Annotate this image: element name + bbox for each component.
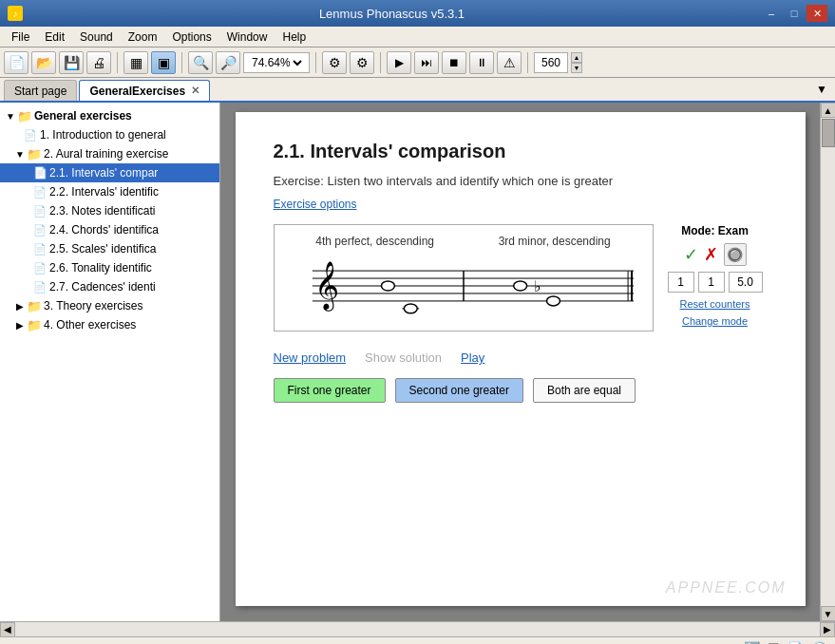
both-equal-button[interactable]: Both are equal [533, 378, 636, 403]
menu-options[interactable]: Options [164, 28, 218, 46]
tab-general-exercises-label: GeneralExercises [89, 85, 185, 98]
root-label: General exercises [34, 109, 132, 123]
counter-input[interactable] [534, 52, 568, 73]
zoom-combo[interactable]: 74.64% [243, 52, 310, 73]
exercise-title: 2.1. Intervals' comparison [274, 141, 768, 162]
zoom-in-button[interactable]: 🔍 [188, 51, 213, 74]
new-button[interactable]: 📄 [4, 51, 28, 74]
sidebar-item-intro[interactable]: 📄 1. Introduction to general [0, 125, 219, 144]
second-greater-button[interactable]: Second one greater [395, 378, 523, 403]
play-button[interactable]: ▶ [387, 51, 411, 74]
separator-4 [380, 52, 381, 73]
titlebar-left: ♪ [8, 6, 23, 21]
save-button[interactable]: 💾 [59, 51, 84, 74]
notation-label-right: 3rd minor, descending [499, 235, 611, 248]
show-solution-link[interactable]: Show solution [365, 350, 442, 365]
sidebar-item-2-3[interactable]: 📄 2.3. Notes identificati [0, 201, 219, 220]
sidebar-item-aural[interactable]: ▼ 📁 2. Aural training exercise [0, 144, 219, 163]
spinner-up[interactable]: ▲ [571, 52, 582, 63]
close-button[interactable]: ✕ [807, 5, 827, 22]
reset-counters-link[interactable]: Reset counters [680, 298, 750, 310]
counter-2: 1 [698, 272, 725, 293]
notation-labels: 4th perfect, descending 3rd minor, desce… [284, 235, 643, 248]
intro-label: 1. Introduction to general [40, 128, 166, 142]
menu-zoom[interactable]: Zoom [121, 28, 165, 46]
flat-sign: ♭ [533, 278, 541, 294]
aural-expand-icon[interactable]: ▼ [13, 147, 27, 161]
mode-extra-btn[interactable]: 🔘 [724, 243, 747, 266]
view-page-button[interactable]: ▣ [151, 51, 176, 74]
intro-doc-icon: 📄 [23, 127, 38, 142]
sidebar-item-2-5[interactable]: 📄 2.5. Scales' identifica [0, 239, 219, 258]
scroll-down-arrow[interactable]: ▼ [821, 606, 836, 621]
statusbar-refresh-icon[interactable]: 🔄 [744, 641, 760, 645]
tabbar-arrow[interactable]: ▼ [812, 81, 831, 98]
sidebar-item-other[interactable]: ▶ 📁 4. Other exercises [0, 315, 219, 334]
scroll-track[interactable] [821, 118, 835, 606]
tab-close-icon[interactable]: ✕ [191, 85, 199, 97]
hscroll-track[interactable] [15, 622, 820, 636]
menu-sound[interactable]: Sound [72, 28, 121, 46]
view-toggle-button[interactable]: ▦ [123, 51, 148, 74]
play-link[interactable]: Play [461, 350, 484, 365]
sidebar-item-2-1[interactable]: 📄 2.1. Intervals' compar [0, 163, 219, 182]
titlebar-controls: – □ ✕ [761, 5, 827, 22]
root-folder-icon: 📁 [17, 108, 32, 123]
menu-edit[interactable]: Edit [37, 28, 72, 46]
zoom-out-button[interactable]: 🔎 [216, 51, 240, 74]
pause-button[interactable]: ⏸ [469, 51, 494, 74]
hscroll-right-arrow[interactable]: ▶ [820, 622, 835, 637]
treble-clef: 𝄞 [313, 261, 338, 312]
exercise-options-link[interactable]: Exercise options [274, 198, 768, 211]
minimize-button[interactable]: – [761, 5, 782, 22]
statusbar-clock-icon[interactable]: 🕐 [811, 641, 827, 645]
menu-help[interactable]: Help [275, 28, 313, 46]
print-button[interactable]: 🖨 [86, 51, 111, 74]
sidebar-item-2-2[interactable]: 📄 2.2. Intervals' identific [0, 182, 219, 201]
main-area: ▼ 📁 General exercises 📄 1. Introduction … [0, 103, 835, 621]
sidebar-item-2-7[interactable]: 📄 2.7. Cadences' identi [0, 277, 219, 296]
change-mode-link[interactable]: Change mode [682, 315, 748, 327]
step-forward-button[interactable]: ⏭ [414, 51, 439, 74]
2-5-doc-icon: 📄 [32, 241, 47, 256]
open-button[interactable]: 📂 [31, 51, 56, 74]
sidebar: ▼ 📁 General exercises 📄 1. Introduction … [0, 103, 220, 621]
first-greater-button[interactable]: First one greater [274, 378, 386, 403]
root-expand-icon[interactable]: ▼ [4, 109, 17, 123]
scroll-thumb[interactable] [822, 119, 835, 147]
sidebar-item-theory[interactable]: ▶ 📁 3. Theory exercises [0, 296, 219, 315]
settings-button[interactable]: ⚙ [322, 51, 347, 74]
alert-button[interactable]: ⚠ [497, 51, 522, 74]
hscroll-left-arrow[interactable]: ◀ [0, 622, 15, 637]
metronome-button[interactable]: ⚙ [350, 51, 374, 74]
2-5-label: 2.5. Scales' identifica [49, 242, 156, 256]
notation-box: 4th perfect, descending 3rd minor, desce… [274, 224, 654, 331]
content-area: 2.1. Intervals' comparison Exercise: Lis… [220, 103, 820, 621]
menu-window[interactable]: Window [219, 28, 275, 46]
maximize-button[interactable]: □ [784, 5, 805, 22]
statusbar-list-icon[interactable]: ☰ [768, 641, 780, 645]
scroll-up-arrow[interactable]: ▲ [821, 103, 836, 118]
theory-expand-icon[interactable]: ▶ [13, 299, 27, 313]
note-4 [546, 296, 560, 306]
2-4-doc-icon: 📄 [32, 222, 47, 237]
app-icon: ♪ [8, 6, 23, 21]
tab-general-exercises[interactable]: GeneralExercises ✕ [79, 80, 210, 101]
new-problem-link[interactable]: New problem [274, 350, 347, 365]
sidebar-root[interactable]: ▼ 📁 General exercises [0, 106, 219, 125]
2-3-label: 2.3. Notes identificati [49, 204, 155, 218]
sidebar-item-2-6[interactable]: 📄 2.6. Tonality identific [0, 258, 219, 277]
zoom-select[interactable]: 74.64% [248, 55, 305, 70]
spinner-down[interactable]: ▼ [571, 63, 582, 73]
statusbar-doc-icon[interactable]: 📄 [788, 641, 804, 645]
statusbar: Build time=14.000, render time=21.000 ms… [0, 636, 835, 644]
counter-spinner[interactable]: ▲ ▼ [571, 52, 582, 73]
separator-1 [117, 52, 118, 73]
window-title: Lenmus Phonascus v5.3.1 [23, 7, 761, 21]
stop-button[interactable]: ⏹ [442, 51, 466, 74]
sidebar-item-2-4[interactable]: 📄 2.4. Chords' identifica [0, 220, 219, 239]
checkmark-icon: ✓ [684, 244, 698, 265]
tab-start-page[interactable]: Start page [4, 80, 77, 101]
menu-file[interactable]: File [4, 28, 37, 46]
other-expand-icon[interactable]: ▶ [13, 318, 27, 331]
